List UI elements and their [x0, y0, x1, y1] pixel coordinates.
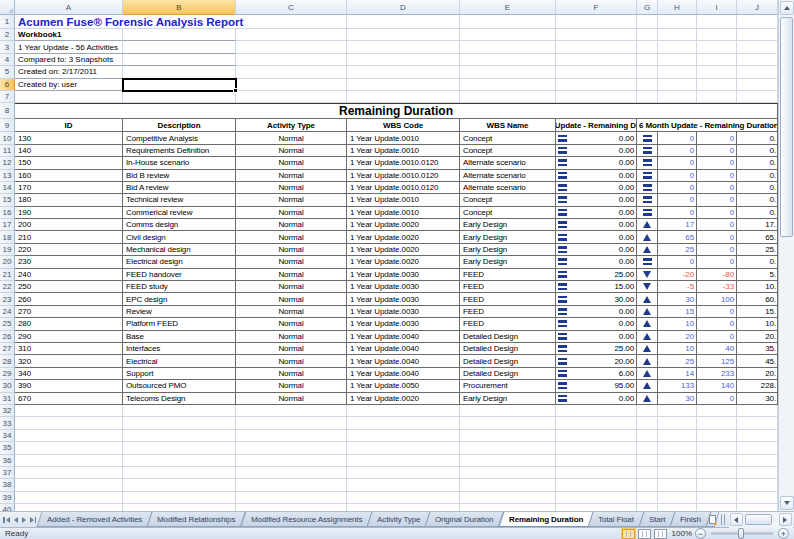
cell-wbs-name[interactable]: Concept	[460, 194, 556, 206]
row-header-17[interactable]: 17	[0, 219, 15, 231]
cell-trend[interactable]	[637, 157, 658, 169]
cell-B2[interactable]	[123, 29, 236, 41]
cell-trend[interactable]	[637, 269, 658, 281]
cell-six-month-value[interactable]: 0.	[737, 207, 778, 219]
cell-I38[interactable]	[697, 479, 737, 491]
row-header-29[interactable]: 29	[0, 368, 15, 380]
cell-B35[interactable]	[123, 442, 236, 454]
scroll-right-button[interactable]	[779, 513, 792, 526]
cell-C1[interactable]	[236, 15, 347, 29]
cell-delta-pct[interactable]: 0	[697, 170, 737, 182]
row-header-3[interactable]: 3	[0, 41, 15, 53]
cell-wbs-name[interactable]: Early Design	[460, 393, 556, 405]
cell-G39[interactable]	[637, 492, 658, 504]
column-header-A[interactable]: A	[15, 0, 123, 15]
row-header-12[interactable]: 12	[0, 157, 15, 169]
header-wbs-name[interactable]: WBS Name	[460, 119, 556, 132]
cell-year-update[interactable]: 0.00	[556, 306, 637, 318]
cell-wbs-name[interactable]: Concept	[460, 207, 556, 219]
cell-activity-type[interactable]: Normal	[236, 293, 347, 305]
cell-description[interactable]: Commerical review	[123, 207, 236, 219]
cell-J39[interactable]	[737, 492, 778, 504]
cell-delta-pct[interactable]: 0	[697, 256, 737, 268]
cell-trend[interactable]	[637, 393, 658, 405]
cell-delta-pct[interactable]: 0	[697, 318, 737, 330]
cell-F3[interactable]	[556, 41, 637, 53]
cell-activity-type[interactable]: Normal	[236, 393, 347, 405]
cell-id[interactable]: 250	[15, 281, 123, 293]
column-header-B[interactable]: B	[123, 0, 236, 15]
cell-B37[interactable]	[123, 467, 236, 479]
cell-trend[interactable]	[637, 368, 658, 380]
cell-H2[interactable]	[658, 29, 697, 41]
cell-wbs-name[interactable]: Detailed Design	[460, 343, 556, 355]
cell-activity-type[interactable]: Normal	[236, 219, 347, 231]
row-header-32[interactable]: 32	[0, 405, 15, 417]
cell-description[interactable]: In-House scenario	[123, 157, 236, 169]
cell-H7[interactable]	[658, 91, 697, 103]
cell-year-update[interactable]: 0.00	[556, 157, 637, 169]
cell-I3[interactable]	[697, 41, 737, 53]
cell-wbs-name[interactable]: FEED	[460, 306, 556, 318]
row-header-21[interactable]: 21	[0, 269, 15, 281]
cell-id[interactable]: 190	[15, 207, 123, 219]
cell-C36[interactable]	[236, 455, 347, 467]
cell-trend[interactable]	[637, 355, 658, 367]
cell-C6[interactable]	[236, 79, 347, 91]
cell-wbs-name[interactable]: Concept	[460, 145, 556, 157]
cell-year-update[interactable]: 0.00	[556, 318, 637, 330]
cell-D3[interactable]	[347, 41, 460, 53]
cell-id[interactable]: 290	[15, 331, 123, 343]
cell-H34[interactable]	[658, 430, 697, 442]
normal-view-icon[interactable]	[622, 529, 635, 539]
cell-year-update[interactable]: 0.00	[556, 145, 637, 157]
cell-J35[interactable]	[737, 442, 778, 454]
horizontal-scrollbar[interactable]	[729, 512, 793, 528]
cell-delta-pct[interactable]: 0	[697, 194, 737, 206]
cell-wbs-code[interactable]: 1 Year Update.0010	[347, 145, 460, 157]
cell-H3[interactable]	[658, 41, 697, 53]
cell-I33[interactable]	[697, 417, 737, 429]
cell-B38[interactable]	[123, 479, 236, 491]
cell-H37[interactable]	[658, 467, 697, 479]
cell-activity-type[interactable]: Normal	[236, 281, 347, 293]
cell-activity-type[interactable]: Normal	[236, 132, 347, 144]
cell-wbs-code[interactable]: 1 Year Update.0020	[347, 256, 460, 268]
cell-H32[interactable]	[658, 405, 697, 417]
row-header-6[interactable]: 6	[0, 79, 15, 91]
zoom-level[interactable]: 100%	[670, 529, 692, 538]
cell-wbs-code[interactable]: 1 Year Update.0020	[347, 219, 460, 231]
cell-id[interactable]: 670	[15, 393, 123, 405]
cell-year-update[interactable]: 0.00	[556, 244, 637, 256]
horizontal-scrollbar-track[interactable]	[743, 513, 779, 527]
cell-activity-type[interactable]: Normal	[236, 343, 347, 355]
cell-J7[interactable]	[737, 91, 778, 103]
cell-A33[interactable]	[15, 417, 123, 429]
cell-id[interactable]: 130	[15, 132, 123, 144]
cell-B7[interactable]	[123, 91, 236, 103]
cell-delta[interactable]: 0	[658, 194, 697, 206]
cell-C5[interactable]	[236, 66, 347, 78]
cell-delta-pct[interactable]: 40	[697, 343, 737, 355]
cell-description[interactable]: Base	[123, 331, 236, 343]
cell-six-month-value[interactable]: 10.	[737, 318, 778, 330]
row-header-20[interactable]: 20	[0, 256, 15, 268]
cell-trend[interactable]	[637, 244, 658, 256]
cell-wbs-name[interactable]: Early Design	[460, 256, 556, 268]
cell-wbs-code[interactable]: 1 Year Update.0030	[347, 306, 460, 318]
cell-activity-type[interactable]: Normal	[236, 306, 347, 318]
tab-activity-type[interactable]: Activity Type	[366, 512, 430, 527]
cell-activity-type[interactable]: Normal	[236, 231, 347, 243]
cell-id[interactable]: 270	[15, 306, 123, 318]
column-header-J[interactable]: J	[737, 0, 778, 15]
cell-description[interactable]: Civil design	[123, 231, 236, 243]
row-header-10[interactable]: 10	[0, 132, 15, 144]
header-six-month-update[interactable]: 6 Month Update - Remaining Duration	[637, 119, 778, 132]
cell-id[interactable]: 230	[15, 256, 123, 268]
cell-G36[interactable]	[637, 455, 658, 467]
cell-delta[interactable]: 0	[658, 157, 697, 169]
cell-wbs-code[interactable]: 1 Year Update.0010.0120	[347, 170, 460, 182]
cell-J32[interactable]	[737, 405, 778, 417]
cell-I39[interactable]	[697, 492, 737, 504]
row-header-30[interactable]: 30	[0, 380, 15, 392]
